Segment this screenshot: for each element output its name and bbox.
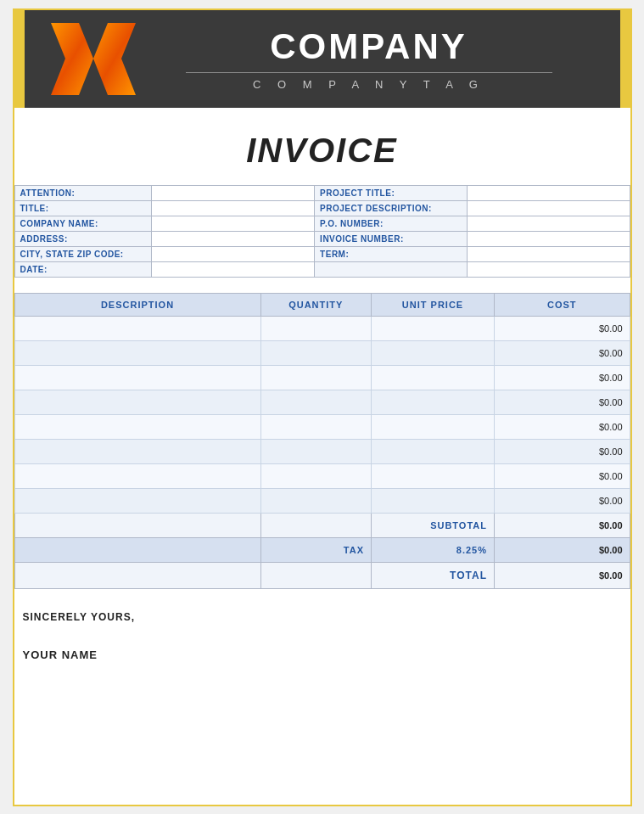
- row4-desc[interactable]: [14, 390, 260, 415]
- row3-desc[interactable]: [14, 366, 260, 390]
- total-empty2: [260, 563, 372, 589]
- company-name-value[interactable]: [152, 216, 315, 232]
- city-state-value[interactable]: [152, 247, 315, 262]
- svg-marker-1: [93, 23, 136, 95]
- info-row-3: COMPANY NAME: P.O. NUMBER:: [14, 216, 630, 232]
- table-row: $0.00: [14, 390, 630, 415]
- table-header-row: DESCRIPTION QUANTITY UNIT PRICE COST: [14, 294, 630, 317]
- row1-cost: $0.00: [495, 317, 630, 341]
- company-name: COMPANY: [140, 27, 598, 66]
- table-row: $0.00: [14, 489, 630, 514]
- project-desc-value[interactable]: [467, 201, 630, 216]
- row2-price[interactable]: [372, 341, 495, 366]
- tax-empty1: [14, 538, 260, 563]
- items-section: DESCRIPTION QUANTITY UNIT PRICE COST $0.…: [14, 293, 630, 598]
- row6-desc[interactable]: [14, 440, 260, 464]
- row5-qty[interactable]: [260, 415, 372, 440]
- col-quantity: QUANTITY: [260, 294, 372, 317]
- row3-price[interactable]: [372, 366, 495, 390]
- project-desc-label: PROJECT DESCRIPTION:: [315, 201, 468, 216]
- total-empty1: [14, 563, 260, 589]
- attention-value[interactable]: [152, 186, 315, 201]
- row5-desc[interactable]: [14, 415, 260, 440]
- info-row-4: ADDRESS: INVOICE NUMBER:: [14, 232, 630, 247]
- tax-value: $0.00: [495, 538, 630, 563]
- svg-marker-0: [51, 23, 93, 95]
- row8-qty[interactable]: [260, 489, 372, 514]
- attention-label: ATTENTION:: [14, 186, 152, 201]
- footer-area: SINCERELY YOURS, YOUR NAME: [14, 598, 630, 670]
- project-title-value[interactable]: [467, 186, 630, 201]
- accent-right: [620, 10, 630, 108]
- empty-value: [467, 262, 630, 278]
- row2-qty[interactable]: [260, 341, 372, 366]
- info-row-5: CITY, STATE ZIP CODE: TERM:: [14, 247, 630, 262]
- subtotal-value: $0.00: [495, 514, 630, 538]
- col-description: DESCRIPTION: [14, 294, 260, 317]
- row1-qty[interactable]: [260, 317, 372, 341]
- tax-label: TAX: [260, 538, 372, 563]
- date-value[interactable]: [152, 262, 315, 278]
- table-row: $0.00: [14, 366, 630, 390]
- your-name-text: YOUR NAME: [23, 648, 622, 661]
- row2-desc[interactable]: [14, 341, 260, 366]
- invoice-number-label: INVOICE NUMBER:: [315, 232, 468, 247]
- row8-price[interactable]: [372, 489, 495, 514]
- invoice-title-area: INVOICE: [14, 108, 630, 185]
- invoice-number-value[interactable]: [467, 232, 630, 247]
- row3-qty[interactable]: [260, 366, 372, 390]
- total-value: $0.00: [495, 563, 630, 589]
- term-label: TERM:: [315, 247, 468, 262]
- table-row: $0.00: [14, 415, 630, 440]
- col-unit-price: UNIT PRICE: [372, 294, 495, 317]
- project-title-label: PROJECT TITLE:: [315, 186, 468, 201]
- title-value[interactable]: [152, 201, 315, 216]
- row8-desc[interactable]: [14, 489, 260, 514]
- title-label: TITLE:: [14, 201, 152, 216]
- table-row: $0.00: [14, 317, 630, 341]
- row4-price[interactable]: [372, 390, 495, 415]
- subtotal-empty2: [260, 514, 372, 538]
- row4-qty[interactable]: [260, 390, 372, 415]
- company-name-label: COMPANY NAME:: [14, 216, 152, 232]
- table-row: $0.00: [14, 440, 630, 464]
- row1-price[interactable]: [372, 317, 495, 341]
- row7-desc[interactable]: [14, 464, 260, 489]
- logo-area: [31, 19, 140, 99]
- row6-price[interactable]: [372, 440, 495, 464]
- row1-desc[interactable]: [14, 317, 260, 341]
- invoice-page: COMPANY C O M P A N Y T A G INVOICE ATTE…: [13, 8, 632, 806]
- info-row-1: ATTENTION: PROJECT TITLE:: [14, 186, 630, 201]
- logo-icon: [47, 19, 140, 99]
- tax-rate: 8.25%: [372, 538, 495, 563]
- term-value[interactable]: [467, 247, 630, 262]
- total-label: TOTAL: [372, 563, 495, 589]
- company-divider: [186, 72, 552, 73]
- row7-cost: $0.00: [495, 464, 630, 489]
- invoice-title: INVOICE: [14, 132, 630, 170]
- city-state-label: CITY, STATE ZIP CODE:: [14, 247, 152, 262]
- address-value[interactable]: [152, 232, 315, 247]
- subtotal-label: SUBTOTAL: [372, 514, 495, 538]
- sincerely-text: SINCERELY YOURS,: [23, 611, 622, 623]
- accent-left: [14, 10, 25, 108]
- row3-cost: $0.00: [495, 366, 630, 390]
- subtotal-row: SUBTOTAL $0.00: [14, 514, 630, 538]
- row6-qty[interactable]: [260, 440, 372, 464]
- items-table: DESCRIPTION QUANTITY UNIT PRICE COST $0.…: [14, 293, 630, 589]
- address-label: ADDRESS:: [14, 232, 152, 247]
- company-tag: C O M P A N Y T A G: [140, 78, 598, 91]
- po-number-label: P.O. NUMBER:: [315, 216, 468, 232]
- info-row-6: DATE:: [14, 262, 630, 278]
- table-row: $0.00: [14, 464, 630, 489]
- empty-label: [315, 262, 468, 278]
- row6-cost: $0.00: [495, 440, 630, 464]
- subtotal-empty1: [14, 514, 260, 538]
- total-row: TOTAL $0.00: [14, 563, 630, 589]
- row7-qty[interactable]: [260, 464, 372, 489]
- header: COMPANY C O M P A N Y T A G: [14, 10, 630, 108]
- date-label: DATE:: [14, 262, 152, 278]
- row5-price[interactable]: [372, 415, 495, 440]
- row7-price[interactable]: [372, 464, 495, 489]
- po-number-value[interactable]: [467, 216, 630, 232]
